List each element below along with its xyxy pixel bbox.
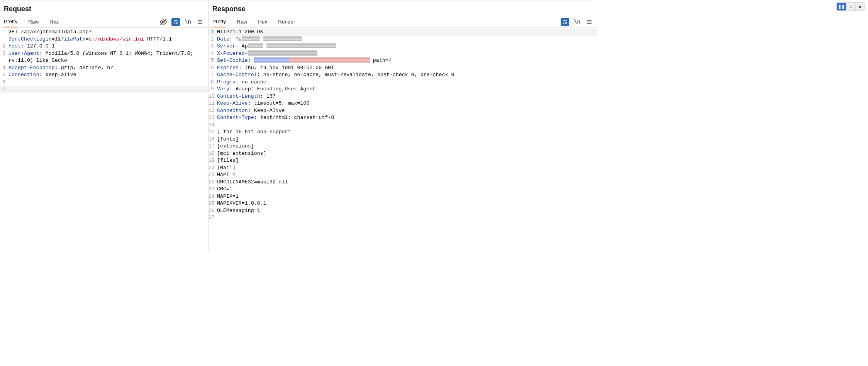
line-number: 15 [209, 129, 217, 136]
tab-hex[interactable]: Hex [49, 17, 59, 27]
wrap-icon[interactable] [561, 18, 569, 26]
code-line[interactable]: 19[files] [209, 157, 597, 164]
line-text[interactable]: Accept-Encoding: gzip, deflate, br [8, 64, 208, 72]
code-line[interactable]: 22CMCDLLNAME32=mapi32.dll [209, 179, 597, 186]
line-text[interactable] [217, 214, 597, 222]
line-text[interactable]: Pragma: no-cache [217, 79, 597, 86]
code-line[interactable]: 3Server: Ap [209, 43, 597, 50]
code-line[interactable]: 16[fonts] [209, 136, 597, 143]
line-number: 3 [209, 43, 217, 50]
code-line[interactable]: 2Date: Tu [209, 36, 597, 43]
tab-pretty[interactable]: Pretty [4, 17, 17, 27]
line-text[interactable]: Set-Cookie: path=/ [217, 57, 597, 64]
line-text[interactable]: [files] [217, 157, 597, 164]
redacted-segment [254, 57, 289, 63]
code-line[interactable]: 5Connection: keep-alive [0, 71, 208, 79]
code-line[interactable]: 18[mci extensions] [209, 150, 597, 158]
newline-icon[interactable]: \n [573, 18, 581, 26]
code-line[interactable]: 11Keep-Alive: timeout=5, max=100 [209, 100, 597, 107]
code-line[interactable]: 25MAPIXVER=1.0.0.1 [209, 200, 597, 207]
code-line[interactable]: 20[Mail] [209, 164, 597, 172]
line-text[interactable]: [mci extensions] [217, 150, 597, 158]
code-line[interactable]: 26OLEMessaging=1 [209, 207, 597, 215]
code-line[interactable]: 7 [0, 86, 208, 93]
line-number: 4 [209, 50, 217, 58]
wrap-icon[interactable] [171, 18, 180, 26]
response-pane: Response Pretty Raw Hex Render \n 1HTTP/… [209, 0, 597, 252]
line-text[interactable] [217, 122, 597, 129]
line-text[interactable]: Connection: Keep-Alive [217, 107, 597, 115]
line-number: 2 [0, 43, 8, 50]
line-text[interactable]: Keep-Alive: timeout=5, max=100 [217, 100, 597, 107]
line-text[interactable]: OLEMessaging=1 [217, 207, 597, 215]
line-text[interactable]: Content-Type: text/html; charset=utf-8 [217, 114, 597, 122]
line-text[interactable]: Vary: Accept-Encoding,User-Agent [217, 86, 597, 93]
menu-icon[interactable] [585, 18, 593, 26]
code-line[interactable]: 24MAPIX=1 [209, 193, 597, 200]
line-text[interactable]: [Mail] [217, 164, 597, 172]
code-line[interactable]: 21MAPI=1 [209, 171, 597, 179]
line-text[interactable]: Date: Tu [217, 36, 597, 43]
code-line[interactable]: 6 [0, 79, 208, 86]
tab-hex[interactable]: Hex [258, 17, 267, 27]
line-text[interactable]: CMCDLLNAME32=mapi32.dll [217, 179, 597, 186]
response-editor[interactable]: 1HTTP/1.1 200 OK2Date: Tu 3Server: Ap 4X… [209, 28, 597, 252]
code-line[interactable]: 7Cache-Control: no-store, no-cache, must… [209, 71, 597, 79]
code-line[interactable]: 3User-Agent: Mozilla/5.0 (Windows NT 6.1… [0, 50, 208, 64]
line-number: 11 [209, 100, 217, 107]
code-line[interactable]: 12Connection: Keep-Alive [209, 107, 597, 115]
code-line[interactable]: 23CMC=1 [209, 186, 597, 193]
line-text[interactable]: Host: 127.0.0.1 [8, 43, 208, 50]
tab-render[interactable]: Render [278, 17, 295, 27]
line-text[interactable] [8, 79, 208, 86]
request-tools: \n [159, 18, 204, 26]
code-line[interactable]: 4X-Powered- [209, 50, 597, 58]
line-text[interactable]: X-Powered- [217, 50, 597, 58]
line-text[interactable]: ; for 16-bit app support [217, 129, 597, 136]
request-pane: Request Pretty Raw Hex \n [0, 0, 209, 252]
tab-raw[interactable]: Raw [237, 17, 247, 27]
menu-icon[interactable] [196, 18, 204, 26]
code-line[interactable]: 27 [209, 214, 597, 222]
code-line[interactable]: 5Set-Cookie: path=/ [209, 57, 597, 64]
line-text[interactable]: [extensions] [217, 143, 597, 150]
line-text[interactable]: GET /ajax/getemaildata.php?DontCheckLogi… [8, 29, 208, 43]
line-number: 9 [209, 86, 217, 93]
line-text[interactable]: Content-Length: 167 [217, 93, 597, 100]
code-line[interactable]: 1HTTP/1.1 200 OK [209, 29, 597, 36]
line-text[interactable]: CMC=1 [217, 186, 597, 193]
line-number: 3 [0, 50, 8, 64]
line-text[interactable]: HTTP/1.1 200 OK [217, 29, 597, 36]
redacted-segment [248, 50, 317, 56]
tab-raw[interactable]: Raw [28, 17, 39, 27]
code-line[interactable]: 1GET /ajax/getemaildata.php?DontCheckLog… [0, 29, 208, 43]
line-text[interactable]: Connection: keep-alive [8, 71, 208, 79]
line-number: 6 [209, 64, 217, 72]
line-text[interactable]: Server: Ap [217, 43, 597, 50]
line-text[interactable]: Expires: Thu, 19 Nov 1981 08:52:00 GMT [217, 64, 597, 72]
request-tabbar: Pretty Raw Hex \n [0, 16, 208, 28]
code-line[interactable]: 9Vary: Accept-Encoding,User-Agent [209, 86, 597, 93]
line-text[interactable]: MAPIXVER=1.0.0.1 [217, 200, 597, 207]
code-line[interactable]: 6Expires: Thu, 19 Nov 1981 08:52:00 GMT [209, 64, 597, 72]
line-text[interactable]: User-Agent: Mozilla/5.0 (Windows NT 6.1;… [8, 50, 208, 64]
code-line[interactable]: 8Pragma: no-cache [209, 79, 597, 86]
line-text[interactable]: MAPI=1 [217, 171, 597, 179]
code-line[interactable]: 4Accept-Encoding: gzip, deflate, br [0, 64, 208, 72]
code-line[interactable]: 14 [209, 122, 597, 129]
code-line[interactable]: 2Host: 127.0.0.1 [0, 43, 208, 50]
newline-icon[interactable]: \n [184, 18, 192, 26]
code-line[interactable]: 13Content-Type: text/html; charset=utf-8 [209, 114, 597, 122]
line-text[interactable] [8, 86, 208, 93]
tab-pretty[interactable]: Pretty [212, 17, 226, 27]
line-text[interactable]: [fonts] [217, 136, 597, 143]
line-text[interactable]: MAPIX=1 [217, 193, 597, 200]
line-number: 7 [209, 71, 217, 79]
code-line[interactable]: 17[extensions] [209, 143, 597, 150]
line-number: 24 [209, 193, 217, 200]
code-line[interactable]: 15; for 16-bit app support [209, 129, 597, 136]
visibility-icon[interactable] [159, 18, 168, 26]
code-line[interactable]: 10Content-Length: 167 [209, 93, 597, 100]
line-text[interactable]: Cache-Control: no-store, no-cache, must-… [217, 71, 597, 79]
request-editor[interactable]: 1GET /ajax/getemaildata.php?DontCheckLog… [0, 28, 208, 252]
